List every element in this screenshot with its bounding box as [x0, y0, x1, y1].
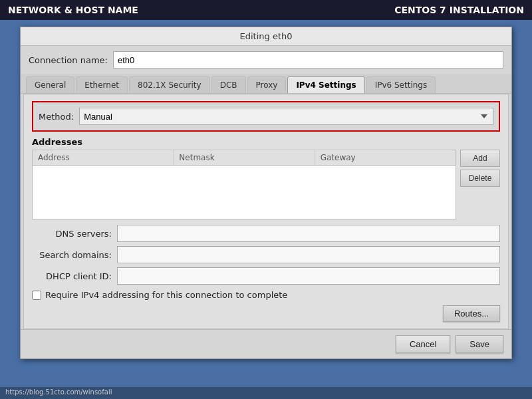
- addr-buttons: Add Delete: [460, 150, 500, 219]
- dhcp-input[interactable]: [117, 267, 500, 285]
- dns-row: DNS servers:: [32, 225, 500, 242]
- search-label: Search domains:: [32, 250, 112, 260]
- method-select[interactable]: Manual Automatic (DHCP) Link-Local Only …: [79, 108, 493, 125]
- delete-address-button[interactable]: Delete: [460, 170, 500, 187]
- top-bar-right: CENTOS 7 INSTALLATION: [394, 5, 524, 15]
- addresses-label: Addresses: [32, 137, 500, 147]
- tab-proxy[interactable]: Proxy: [247, 76, 287, 93]
- tabs-bar: General Ethernet 802.1X Security DCB Pro…: [21, 74, 511, 94]
- require-ipv4-row: Require IPv4 addressing for this connect…: [32, 290, 500, 300]
- dns-input[interactable]: [117, 225, 500, 242]
- cancel-button[interactable]: Cancel: [396, 335, 450, 353]
- dialog: Editing eth0 Connection name: General Et…: [20, 27, 512, 359]
- tab-ipv6[interactable]: IPv6 Settings: [366, 76, 436, 93]
- require-ipv4-checkbox[interactable]: [32, 291, 41, 300]
- connection-name-input[interactable]: [113, 51, 503, 68]
- main-area: Editing eth0 Connection name: General Et…: [0, 20, 532, 399]
- addresses-table: Address Netmask Gateway: [32, 150, 456, 219]
- col-gateway: Gateway: [315, 150, 456, 165]
- tab-general[interactable]: General: [26, 76, 74, 93]
- require-ipv4-label: Require IPv4 addressing for this connect…: [45, 290, 287, 300]
- method-label: Method:: [39, 112, 74, 122]
- routes-button[interactable]: Routes...: [443, 305, 500, 322]
- save-button[interactable]: Save: [456, 335, 503, 353]
- addresses-table-area: Address Netmask Gateway Add Delete: [32, 150, 500, 219]
- top-bar: NETWORK & HOST NAME CENTOS 7 INSTALLATIO…: [0, 0, 532, 20]
- dns-label: DNS servers:: [32, 229, 112, 239]
- top-bar-left: NETWORK & HOST NAME: [8, 5, 138, 15]
- method-section: Method: Manual Automatic (DHCP) Link-Loc…: [32, 101, 500, 132]
- addresses-table-header: Address Netmask Gateway: [33, 150, 456, 166]
- search-input[interactable]: [117, 246, 500, 263]
- addresses-table-body[interactable]: [33, 166, 456, 219]
- tab-ethernet[interactable]: Ethernet: [76, 76, 128, 93]
- tab-8021x[interactable]: 802.1X Security: [129, 76, 210, 93]
- dialog-title: Editing eth0: [21, 27, 511, 46]
- dhcp-row: DHCP client ID:: [32, 267, 500, 285]
- connection-name-row: Connection name:: [21, 46, 511, 74]
- dhcp-label: DHCP client ID:: [32, 271, 112, 281]
- tab-ipv4[interactable]: IPv4 Settings: [287, 76, 364, 93]
- connection-name-label: Connection name:: [29, 55, 108, 65]
- bottom-bar: https://blog.51cto.com/winsofail: [0, 387, 532, 399]
- routes-row: Routes...: [32, 305, 500, 322]
- method-row: Method: Manual Automatic (DHCP) Link-Loc…: [39, 108, 493, 125]
- dialog-footer: Cancel Save: [21, 329, 511, 358]
- tab-dcb[interactable]: DCB: [211, 76, 246, 93]
- col-netmask: Netmask: [174, 150, 315, 165]
- add-address-button[interactable]: Add: [460, 150, 500, 167]
- col-address: Address: [33, 150, 174, 165]
- search-row: Search domains:: [32, 246, 500, 263]
- tab-content-ipv4: Method: Manual Automatic (DHCP) Link-Loc…: [23, 94, 509, 329]
